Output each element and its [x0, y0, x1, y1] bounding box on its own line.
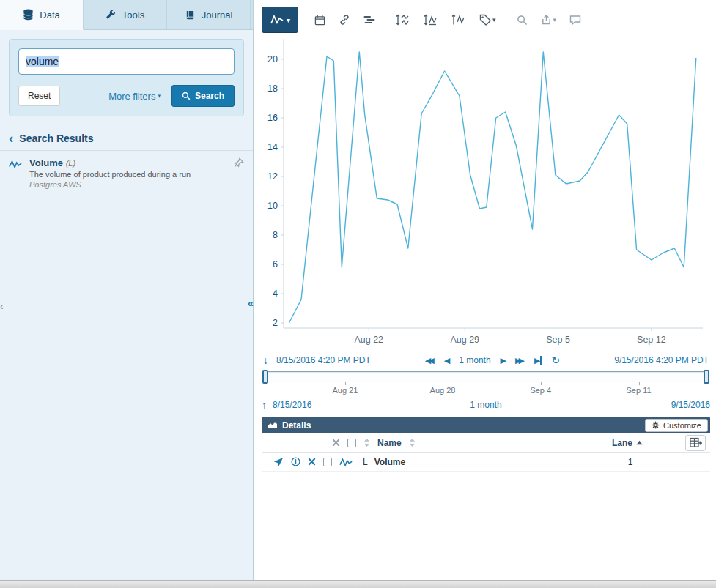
lane-tag: L: [363, 457, 368, 467]
signal-icon: [339, 457, 353, 467]
column-header-lane[interactable]: Lane: [612, 438, 643, 448]
caret-down-icon: ▾: [287, 16, 290, 24]
gear-icon: [652, 421, 660, 429]
refresh-icon[interactable]: ↻: [551, 354, 560, 366]
result-text: Volume (L) The volume of product produce…: [29, 157, 223, 189]
slider-tick-label: Aug 21: [332, 386, 358, 395]
search-results-title: Search Results: [19, 133, 93, 144]
capsules-icon: [363, 15, 375, 25]
search-input-value: volume: [26, 56, 59, 67]
investigate-duration[interactable]: 1 month: [470, 400, 501, 410]
tab-data[interactable]: Data: [0, 0, 84, 30]
book-icon: [185, 10, 196, 21]
search-result-item[interactable]: Volume (L) The volume of product produce…: [0, 150, 253, 196]
reset-button[interactable]: Reset: [18, 86, 60, 106]
svg-text:10: 10: [267, 201, 278, 211]
investigate-range-bar: ↑ 8/15/2016 1 month 9/15/2016: [262, 399, 710, 411]
more-filters-link[interactable]: More filters ▾: [108, 91, 161, 102]
trend-icon: [270, 14, 284, 26]
signal-icon: [9, 159, 22, 189]
page-forward-full-button[interactable]: ▶▶: [515, 356, 525, 365]
main-panel: ▾: [254, 0, 716, 580]
tab-tools[interactable]: Tools: [84, 0, 167, 29]
toolgroup-lanes: ▾: [391, 11, 501, 29]
page-back-full-button[interactable]: ◀◀: [425, 356, 435, 365]
result-description: The volume of product produced during a …: [29, 170, 223, 179]
pin-icon[interactable]: [233, 157, 244, 168]
view-mode-dropdown[interactable]: ▾: [262, 7, 298, 33]
one-axis-button[interactable]: [419, 11, 443, 29]
select-all-checkbox[interactable]: [347, 439, 356, 447]
details-table-row[interactable]: L Volume 1: [262, 453, 710, 472]
slider-track[interactable]: [263, 371, 709, 382]
move-range-up-button[interactable]: ↑: [262, 399, 267, 411]
zoom-button[interactable]: [512, 12, 532, 29]
tab-journal[interactable]: Journal: [167, 0, 251, 29]
time-range-toolbar: ↓ 8/15/2016 4:20 PM PDT ◀◀ ◀ 1 month ▶ ▶…: [262, 354, 710, 368]
search-input[interactable]: volume: [18, 48, 235, 75]
trend-chart[interactable]: 2468101214161820Aug 22Aug 29Sep 5Sep 12: [262, 35, 710, 354]
export-icon: [541, 14, 552, 26]
details-table-header: Name Lane: [262, 433, 710, 453]
svg-text:6: 6: [273, 259, 278, 269]
remove-signal-icon[interactable]: [308, 458, 316, 466]
date-range-button[interactable]: [310, 12, 330, 29]
comment-icon: [569, 15, 581, 26]
display-range-end[interactable]: 9/15/2016 4:20 PM PDT: [614, 355, 709, 365]
display-range-duration[interactable]: 1 month: [459, 355, 490, 365]
date-range-slider: Aug 21 Aug 28 Sep 4 Sep 11: [263, 371, 709, 397]
caret-down-icon: ▾: [553, 16, 557, 23]
svg-text:14: 14: [267, 142, 278, 152]
add-column-icon: [690, 437, 702, 448]
chevron-down-icon: ▾: [158, 92, 161, 100]
svg-text:12: 12: [267, 171, 278, 182]
remove-all-icon[interactable]: [332, 439, 340, 447]
row-signal-name[interactable]: Volume: [374, 457, 405, 467]
add-column-button[interactable]: [685, 435, 706, 451]
customize-button[interactable]: Customize: [645, 419, 708, 432]
window-collapse-handle[interactable]: ‹: [0, 300, 4, 312]
details-title: Details: [282, 420, 311, 431]
svg-text:Aug 22: Aug 22: [354, 335, 383, 345]
jump-to-signal-icon[interactable]: [273, 457, 284, 467]
column-header-name[interactable]: Name: [377, 438, 402, 448]
sort-icon[interactable]: [409, 438, 416, 447]
slider-tick-label: Aug 28: [430, 386, 456, 395]
step-to-now-button[interactable]: ▶: [534, 356, 542, 365]
move-range-down-button[interactable]: ↓: [263, 354, 276, 366]
link-icon: [339, 14, 350, 26]
sort-asc-icon: [636, 440, 643, 445]
back-chevron-icon[interactable]: ‹: [9, 134, 13, 143]
trend-toolbar: ▾: [262, 6, 710, 34]
page-back-button[interactable]: ◀: [444, 356, 449, 365]
row-checkbox[interactable]: [323, 458, 332, 466]
toolgroup-range: [310, 11, 380, 29]
info-icon[interactable]: [291, 457, 300, 466]
annotate-button[interactable]: [565, 12, 586, 29]
labels-dropdown[interactable]: ▾: [475, 11, 501, 29]
investigate-end[interactable]: 9/15/2016: [671, 400, 710, 410]
svg-text:Sep 5: Sep 5: [546, 335, 570, 345]
tab-label: Tools: [122, 10, 144, 21]
slider-tick-label: Sep 4: [530, 386, 551, 395]
search-icon: [182, 92, 191, 100]
bottom-bar: [0, 580, 716, 588]
sort-icon[interactable]: [363, 438, 370, 447]
sidebar-collapse-handle[interactable]: «: [248, 297, 254, 309]
investigate-start[interactable]: 8/15/2016: [273, 400, 311, 410]
search-button[interactable]: Search: [171, 85, 235, 107]
sidebar: Data Tools Journal volume: [0, 0, 254, 580]
svg-text:20: 20: [267, 54, 278, 64]
autoscale-button[interactable]: [447, 11, 470, 29]
result-unit: (L): [66, 159, 75, 168]
capsule-list-button[interactable]: [359, 12, 380, 28]
display-range-start[interactable]: 8/15/2016 4:20 PM PDT: [276, 355, 371, 365]
tab-label: Data: [40, 10, 59, 21]
chain-view-button[interactable]: [334, 11, 355, 29]
row-lane-value: 1: [618, 457, 643, 467]
range-step-controls: ◀◀ ◀ 1 month ▶ ▶▶ ▶ ↻: [425, 354, 560, 366]
one-axis-icon: [424, 14, 438, 26]
export-dropdown[interactable]: ▾: [536, 11, 561, 29]
one-lane-button[interactable]: [391, 11, 415, 29]
page-forward-button[interactable]: ▶: [501, 356, 506, 365]
